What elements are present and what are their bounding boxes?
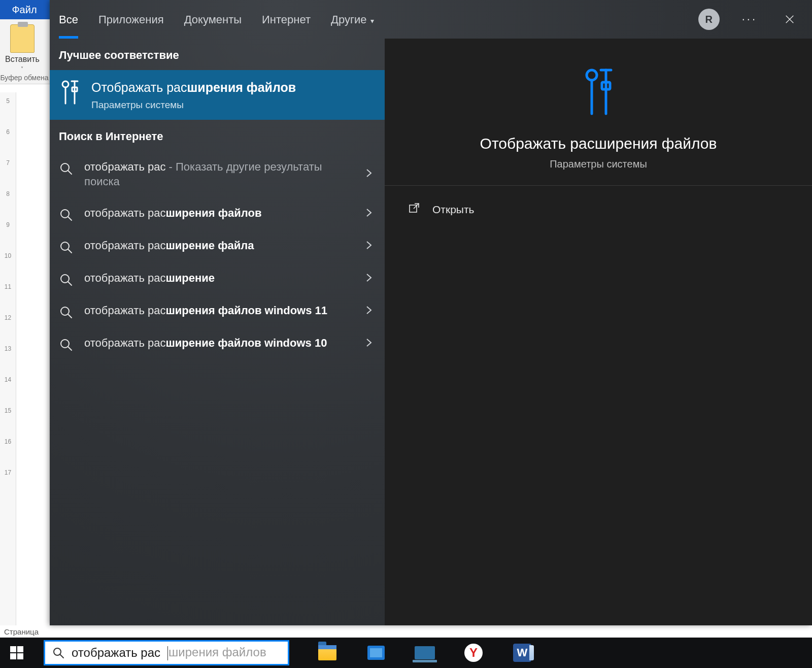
best-match-result[interactable]: Отображать расширения файлов Параметры с… [50,70,385,120]
chevron-down-icon: ▾ [370,17,374,25]
ruler-mark: 10 [5,252,11,259]
close-button[interactable] [780,9,800,29]
preview-subtitle: Параметры системы [550,158,647,170]
svg-point-19 [587,70,597,80]
tab-documents[interactable]: Документы [184,1,242,38]
best-match-title: Отображать расширения файлов [91,79,296,96]
svg-line-14 [68,282,72,285]
search-icon [59,305,73,319]
best-match-subtitle: Параметры системы [91,99,296,111]
search-icon [52,647,64,659]
search-ghost-text: ширения файлов [167,645,266,660]
web-suggestions-list: отображать рас - Показать другие результ… [50,151,385,360]
microsoft-store-icon[interactable] [365,642,387,663]
ruler-mark: 5 [6,97,10,105]
windows-logo-icon [10,646,23,659]
best-match-heading: Лучшее соответствие [50,39,385,70]
svg-line-27 [60,654,63,658]
web-suggestion-text: отображать расширение файла [84,238,282,253]
open-action-label: Открыть [432,204,474,216]
svg-line-12 [68,249,72,253]
clipboard-group: Вставить ˅ [5,24,40,72]
ruler-mark: 9 [6,221,10,228]
search-icon [59,208,73,222]
ruler-mark: 15 [5,407,11,414]
settings-tools-icon [581,67,616,118]
text-cursor [167,646,168,660]
search-icon [59,338,73,352]
web-suggestion-text: отображать расширение [84,271,243,286]
windows-search-panel: Все Приложения Документы Интернет Другие… [50,0,812,625]
preview-pane: Отображать расширения файлов Параметры с… [385,39,812,625]
open-icon [408,202,420,217]
chevron-right-icon [364,273,374,284]
chevron-right-icon [364,306,374,317]
svg-line-8 [68,171,72,174]
search-header: Все Приложения Документы Интернет Другие… [50,0,812,39]
preview-title: Отображать расширения файлов [480,135,717,152]
more-options-icon[interactable]: ··· [742,13,757,26]
results-column: Лучшее соответствие Отображать расширени… [50,39,385,625]
svg-line-25 [414,204,419,209]
word-file-tab[interactable]: Файл [0,0,49,19]
file-explorer-icon[interactable] [317,642,338,663]
ruler-mark: 12 [5,314,11,321]
search-icon [59,161,73,176]
svg-point-2 [62,81,69,87]
tab-apps[interactable]: Приложения [98,1,164,38]
ruler-mark: 11 [5,283,11,290]
chevron-right-icon [364,208,374,219]
search-scope-tabs: Все Приложения Документы Интернет Другие… [59,1,374,38]
preview-actions: Открыть [385,186,812,233]
start-button[interactable] [0,638,33,668]
chevron-right-icon [364,241,374,252]
web-suggestion[interactable]: отображать рас - Показать другие результ… [50,151,385,197]
clipboard-group-caption: Буфер обмена [0,74,49,82]
web-suggestion-text: отображать расширения файлов windows 11 [84,303,356,318]
tab-all[interactable]: Все [59,1,78,38]
taskbar: отображать расширения файлов Y W [0,638,812,668]
user-avatar[interactable]: R [698,9,720,30]
paste-dropdown-icon[interactable]: ˅ [21,66,23,72]
vertical-ruler: 5 6 7 8 9 10 11 12 13 14 15 16 17 [0,92,16,626]
web-suggestion-text: отображать рас - Показать другие результ… [84,159,376,189]
search-icon [59,240,73,254]
web-suggestion-text: отображать расширения файлов [84,206,290,221]
ruler-mark: 16 [5,438,11,445]
svg-line-18 [68,347,72,350]
word-status-bar: Страница [0,625,812,638]
svg-line-16 [68,314,72,318]
ruler-mark: 14 [5,376,11,383]
ruler-mark: 17 [5,469,11,476]
your-phone-icon[interactable] [414,642,435,663]
word-icon[interactable]: W [512,642,533,663]
preview-header: Отображать расширения файлов Параметры с… [385,39,812,186]
web-suggestion[interactable]: отображать расширения файлов windows 11 [50,295,385,327]
ruler-mark: 6 [6,128,10,136]
search-icon [59,273,73,287]
web-suggestion[interactable]: отображать расширение файлов windows 10 [50,327,385,360]
web-search-heading: Поиск в Интернете [50,120,385,151]
yandex-browser-icon[interactable]: Y [463,642,484,663]
svg-line-10 [68,217,72,220]
search-typed-text: отображать рас [72,646,160,660]
taskbar-search-input[interactable]: отображать расширения файлов [44,640,289,665]
web-suggestion[interactable]: отображать расширение [50,262,385,295]
web-suggestion[interactable]: отображать расширения файлов [50,197,385,230]
settings-tools-icon [59,79,81,106]
clipboard-icon[interactable] [10,24,35,53]
taskbar-pinned-apps: Y W [317,642,533,663]
chevron-right-icon [364,169,374,180]
ruler-mark: 13 [5,345,11,352]
ruler-mark: 7 [6,159,10,166]
tab-more[interactable]: Другие▾ [331,1,374,38]
paste-button[interactable]: Вставить [5,55,40,64]
close-icon [784,14,795,25]
web-suggestion-text: отображать расширение файлов windows 10 [84,336,355,351]
ruler-mark: 8 [6,190,10,197]
tab-web[interactable]: Интернет [262,1,311,38]
web-suggestion[interactable]: отображать расширение файла [50,230,385,262]
chevron-right-icon [364,338,374,349]
open-action[interactable]: Открыть [397,197,800,222]
